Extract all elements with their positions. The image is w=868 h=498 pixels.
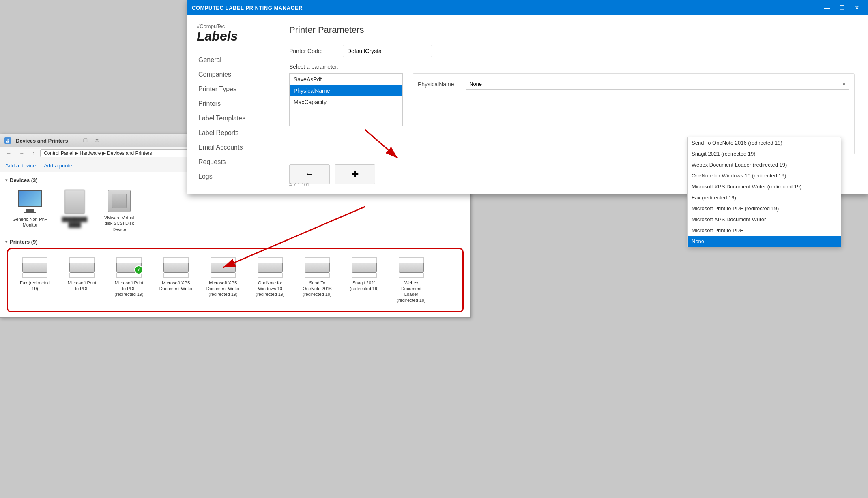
- device-label-server: ████████████: [62, 216, 87, 228]
- printer-icon-send-to-onenote: [305, 257, 330, 278]
- device-item-monitor[interactable]: Generic Non-PnPMonitor: [12, 190, 48, 232]
- printer-item-onenote[interactable]: OneNote forWindows 10(redirected 19): [250, 257, 290, 303]
- back-btn[interactable]: ←: [4, 149, 14, 157]
- nav-item-general[interactable]: General: [197, 53, 266, 67]
- printers-section-box: Fax (redirected19) Microsoft Printto PDF: [7, 248, 464, 312]
- main-panel: Printer Parameters Printer Code: Select …: [276, 15, 868, 194]
- param-area: SaveAsPdf PhysicalName MaxCapacity Physi…: [289, 73, 855, 154]
- select-param-label: Select a parameter:: [289, 64, 855, 70]
- param-item-max-capacity[interactable]: MaxCapacity: [290, 96, 402, 108]
- monitor-screen: [18, 190, 42, 207]
- add-device-link[interactable]: Add a device: [5, 162, 36, 169]
- forward-btn[interactable]: →: [17, 149, 27, 157]
- dropdown-item-send-to-onenote[interactable]: Send To OneNote 2016 (redirected 19): [688, 137, 841, 148]
- dropdown-item-ms-xps-local[interactable]: Microsoft XPS Document Writer: [688, 214, 841, 225]
- printer-label-ms-print-pdf: Microsoft Printto PDF: [68, 280, 96, 292]
- nav-item-printer-types[interactable]: Printer Types: [197, 82, 266, 96]
- nav-item-printers[interactable]: Printers: [197, 97, 266, 111]
- brand-name: Labels: [197, 29, 266, 43]
- printers-section-label: Printers (9): [10, 239, 38, 245]
- physical-select-wrapper: None Send To OneNote 2016 (redirected 19…: [466, 79, 849, 90]
- printer-icon-snagit: [352, 257, 377, 278]
- nav-item-requests[interactable]: Requests: [197, 155, 266, 169]
- printer-code-input[interactable]: [343, 45, 432, 57]
- nav-item-companies[interactable]: Companies: [197, 68, 266, 81]
- physical-name-label: PhysicalName: [418, 81, 462, 88]
- monitor-base: [24, 212, 36, 213]
- dropdown-item-snagit[interactable]: Snagit 2021 (redirected 19): [688, 148, 841, 159]
- main-app-window: COMPUTEC LABEL PRINTING MANAGER — ❐ ✕ #C…: [187, 0, 868, 194]
- param-item-physical-name[interactable]: PhysicalName: [290, 85, 402, 96]
- param-item-save-as-pdf[interactable]: SaveAsPdf: [290, 74, 402, 85]
- printer-label-ms-xps: Microsoft XPSDocument Writer: [159, 280, 193, 292]
- brand-hashtag: #CompuTec: [197, 23, 266, 29]
- minimize-btn[interactable]: —: [821, 4, 833, 12]
- close-btn[interactable]: ✕: [851, 4, 863, 12]
- maximize-btn[interactable]: ❐: [836, 4, 848, 12]
- printer-label-snagit: Snagit 2021(redirected 19): [350, 280, 379, 292]
- nav-item-logs[interactable]: Logs: [197, 170, 266, 184]
- printer-icon-default: ✓: [116, 257, 142, 278]
- dropdown-item-onenote-win10[interactable]: OneNote for Windows 10 (redirected 19): [688, 170, 841, 181]
- printer-item-webex[interactable]: WebexDocumentLoader(redirected 19): [391, 257, 432, 303]
- physical-name-panel: PhysicalName None Send To OneNote 2016 (…: [413, 73, 855, 154]
- back-action-btn[interactable]: ←: [289, 164, 330, 184]
- sidebar: #CompuTec Labels General Companies Print…: [187, 15, 276, 194]
- printer-item-ms-print-pdf[interactable]: Microsoft Printto PDF: [62, 257, 102, 303]
- printer-dropdown-overlay[interactable]: Send To OneNote 2016 (redirected 19) Sna…: [687, 137, 841, 247]
- disk-icon: [108, 190, 131, 212]
- default-checkmark-icon: ✓: [134, 265, 143, 274]
- printer-item-ms-xps-redirected[interactable]: Microsoft XPSDocument Writer(redirected …: [203, 257, 243, 303]
- devices-minimize-btn[interactable]: —: [68, 137, 79, 145]
- up-btn[interactable]: ↑: [30, 149, 38, 157]
- printer-item-send-to-onenote[interactable]: Send ToOneNote 2016(redirected 19): [297, 257, 337, 303]
- printer-icon-onenote: [258, 257, 283, 278]
- printer-label-fax: Fax (redirected19): [20, 280, 50, 292]
- printers-section-header[interactable]: ▾ Printers (9): [5, 237, 465, 246]
- printer-item-ms-print-pdf-redirected[interactable]: ✓ Microsoft Printto PDF(redirected 19): [109, 257, 149, 303]
- page-title: Printer Parameters: [289, 25, 855, 35]
- device-item-disk[interactable]: VMware Virtualdisk SCSI DiskDevice: [101, 190, 138, 232]
- dropdown-item-ms-xps-redirected[interactable]: Microsoft XPS Document Writer (redirecte…: [688, 181, 841, 192]
- printer-item-fax[interactable]: Fax (redirected19): [15, 257, 55, 303]
- printer-icon-ms-print-pdf: [69, 257, 95, 278]
- dropdown-item-webex[interactable]: Webex Document Loader (redirected 19): [688, 159, 841, 170]
- device-item-server[interactable]: ████████████: [56, 190, 93, 232]
- printer-icon-fax: [22, 257, 47, 278]
- server-icon: [64, 190, 85, 214]
- printer-label-ms-print-pdf-redirected: Microsoft Printto PDF(redirected 19): [114, 280, 144, 297]
- dropdown-item-ms-print-pdf-redirected[interactable]: Microsoft Print to PDF (redirected 19): [688, 203, 841, 214]
- printer-icon-ms-xps: [163, 257, 189, 278]
- main-content-area: #CompuTec Labels General Companies Print…: [187, 15, 868, 194]
- param-list[interactable]: SaveAsPdf PhysicalName MaxCapacity: [289, 73, 403, 126]
- disk-inner: [112, 194, 127, 208]
- dropdown-item-fax[interactable]: Fax (redirected 19): [688, 192, 841, 203]
- device-label-disk: VMware Virtualdisk SCSI DiskDevice: [104, 215, 134, 232]
- printer-code-label: Printer Code:: [289, 48, 338, 54]
- device-label-monitor: Generic Non-PnPMonitor: [13, 216, 47, 228]
- devices-maximize-btn[interactable]: ❐: [80, 137, 90, 145]
- printers-grid: Fax (redirected19) Microsoft Printto PDF: [11, 252, 459, 308]
- printer-label-webex: WebexDocumentLoader(redirected 19): [397, 280, 426, 303]
- printers-chevron-icon: ▾: [5, 239, 7, 244]
- monitor-icon: [17, 190, 43, 214]
- main-titlebar: COMPUTEC LABEL PRINTING MANAGER — ❐ ✕: [187, 0, 868, 15]
- physical-name-row: PhysicalName None Send To OneNote 2016 (…: [418, 79, 849, 90]
- printer-label-ms-xps-redirected: Microsoft XPSDocument Writer(redirected …: [206, 280, 240, 297]
- titlebar-controls: — ❐ ✕: [821, 4, 863, 12]
- physical-name-select[interactable]: None Send To OneNote 2016 (redirected 19…: [466, 79, 849, 90]
- nav-item-email-accounts[interactable]: Email Accounts: [197, 141, 266, 154]
- add-printer-link[interactable]: Add a printer: [44, 162, 74, 169]
- devices-close-btn[interactable]: ✕: [92, 137, 102, 145]
- add-action-btn[interactable]: ✚: [335, 164, 375, 184]
- dropdown-item-ms-print-pdf-local[interactable]: Microsoft Print to PDF: [688, 225, 841, 236]
- printer-icon-webex: [399, 257, 424, 278]
- param-list-container: SaveAsPdf PhysicalName MaxCapacity: [289, 73, 403, 154]
- printer-item-ms-xps[interactable]: Microsoft XPSDocument Writer: [156, 257, 196, 303]
- devices-chevron-icon: ▾: [5, 178, 7, 182]
- printer-item-snagit[interactable]: Snagit 2021(redirected 19): [344, 257, 385, 303]
- nav-item-label-reports[interactable]: Label Reports: [197, 126, 266, 140]
- nav-item-label-templates[interactable]: Label Templates: [197, 111, 266, 125]
- dropdown-item-none[interactable]: None: [688, 236, 841, 247]
- brand-section: #CompuTec Labels: [197, 23, 266, 43]
